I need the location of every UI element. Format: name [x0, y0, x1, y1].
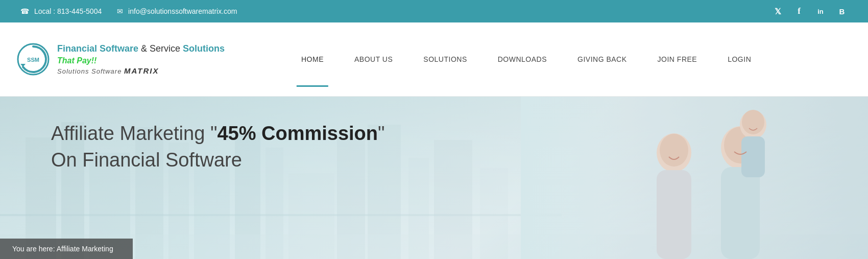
phone-info: ☎ Local : 813-445-5004 [20, 7, 102, 15]
hero-section: Affiliate Marketing "45% Commission" On … [0, 97, 868, 259]
phone-number: Local : 813-445-5004 [34, 7, 102, 15]
nav-downloads[interactable]: DOWNLOADS [483, 22, 562, 96]
logo-tagline-part2: & Service [138, 43, 183, 54]
linkedin-icon[interactable]: in [815, 6, 826, 17]
svg-text:SSM: SSM [27, 57, 39, 63]
nav-giving-back[interactable]: GIVING BACK [562, 22, 642, 96]
logo-area: SSM Financial Software & Service Solutio… [0, 41, 286, 77]
main-nav: HOME ABOUT US SOLUTIONS DOWNLOADS GIVING… [286, 22, 868, 96]
logo-tagline: Financial Software & Service Solutions [57, 43, 225, 54]
logo-name: Solutions Software MATRIX [57, 66, 225, 75]
logo-image: SSM [15, 41, 51, 77]
svg-marker-1 [20, 64, 26, 67]
hero-text: Affiliate Marketing "45% Commission" On … [51, 122, 385, 172]
nav-home[interactable]: HOME [286, 22, 339, 96]
hero-family-image [521, 97, 868, 259]
header: SSM Financial Software & Service Solutio… [0, 22, 868, 97]
breadcrumb-page: Affiliate Marketing [57, 245, 113, 253]
blogger-icon[interactable]: B [836, 6, 848, 17]
logo-tagline-part3: Solutions [183, 43, 225, 54]
hero-headline: Affiliate Marketing "45% Commission" [51, 122, 385, 146]
logo-text: Financial Software & Service Solutions T… [57, 43, 225, 75]
logo-sub: That Pay!! [57, 56, 225, 65]
top-bar: ☎ Local : 813-445-5004 ✉ info@solutionss… [0, 0, 868, 22]
nav-solutions[interactable]: SOLUTIONS [408, 22, 482, 96]
email-link[interactable]: info@solutionssoftwarematrix.com [128, 7, 237, 15]
phone-icon: ☎ [20, 7, 29, 15]
nav-about[interactable]: ABOUT US [339, 22, 408, 96]
breadcrumb: You are here: Affiliate Marketing [0, 239, 133, 259]
facebook-icon[interactable]: f [793, 6, 805, 17]
twitter-icon[interactable]: 𝕏 [772, 6, 783, 17]
logo-tagline-part1: Financial Software [57, 43, 138, 54]
svg-rect-30 [521, 97, 868, 259]
top-bar-left: ☎ Local : 813-445-5004 ✉ info@solutionss… [20, 7, 237, 15]
email-icon: ✉ [117, 7, 123, 15]
email-info: ✉ info@solutionssoftwarematrix.com [117, 7, 237, 15]
social-icons: 𝕏 f in B [772, 6, 848, 17]
nav-join-free[interactable]: JOIN FREE [642, 22, 713, 96]
hero-subheadline: On Financial Software [51, 149, 385, 172]
svg-rect-18 [0, 214, 562, 216]
breadcrumb-prefix: You are here: [12, 245, 57, 253]
nav-login[interactable]: LOGIN [712, 22, 766, 96]
